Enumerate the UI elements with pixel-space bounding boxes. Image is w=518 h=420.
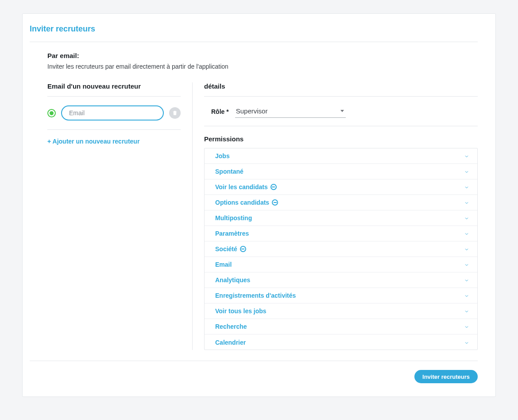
caret-down-icon: [340, 110, 344, 112]
permission-label: Calendrier: [215, 339, 246, 346]
permission-label: Voir tous les jobs: [215, 307, 267, 315]
email-row: [47, 105, 181, 130]
add-recruiter-link[interactable]: + Ajouter un nouveau recruteur: [47, 138, 181, 145]
role-value: Supervisor: [236, 107, 268, 115]
permission-label: Enregistrements d'activités: [215, 292, 296, 299]
chevron-down-icon: [464, 308, 469, 314]
invite-recruiters-button[interactable]: Inviter recruteurs: [414, 370, 478, 383]
intro-block: Par email: Inviter les recruteurs par em…: [30, 52, 478, 70]
chevron-down-icon: [464, 215, 469, 221]
role-select[interactable]: Supervisor: [235, 105, 346, 118]
permission-label: Analytiques: [215, 276, 250, 284]
permission-label: Email: [215, 261, 232, 268]
permission-item[interactable]: Calendrier: [205, 334, 477, 350]
intro-label: Par email:: [47, 52, 478, 59]
chevron-down-icon: [464, 200, 469, 205]
permission-item[interactable]: Multiposting: [205, 210, 477, 226]
permission-item[interactable]: Email: [205, 257, 477, 272]
permissions-heading: Permissions: [204, 135, 478, 143]
permission-item[interactable]: Société: [205, 241, 477, 257]
selected-indicator-icon: [47, 109, 56, 117]
chevron-down-icon: [464, 184, 469, 190]
chevron-down-icon: [464, 153, 469, 159]
delete-email-button[interactable]: [169, 107, 181, 119]
circle-minus-icon: [272, 199, 278, 206]
chevron-down-icon: [464, 262, 469, 267]
permission-label: Voir les candidats: [215, 183, 277, 191]
page-title: Inviter recruteurs: [30, 24, 478, 42]
permission-label: Société: [215, 245, 246, 253]
permission-item[interactable]: Enregistrements d'activités: [205, 288, 477, 303]
permission-item[interactable]: Paramètres: [205, 226, 477, 241]
circle-minus-icon: [240, 246, 246, 252]
chevron-down-icon: [464, 340, 469, 345]
permission-item[interactable]: Jobs: [205, 148, 477, 164]
chevron-down-icon: [464, 246, 469, 252]
chevron-down-icon: [464, 231, 469, 236]
trash-icon: [172, 110, 178, 116]
role-label: Rôle *: [211, 108, 229, 115]
email-input[interactable]: [61, 105, 164, 121]
permission-label: Paramètres: [215, 230, 249, 237]
circle-minus-icon: [271, 184, 277, 190]
permission-item[interactable]: Options candidats: [205, 195, 477, 210]
chevron-down-icon: [464, 277, 469, 283]
permission-item[interactable]: Recherche: [205, 319, 477, 334]
chevron-down-icon: [464, 293, 469, 298]
permissions-list[interactable]: JobsSpontanéVoir les candidatsOptions ca…: [205, 148, 477, 350]
new-recruiter-heading: Email d'un nouveau recruteur: [47, 82, 181, 97]
permission-label: Spontané: [215, 168, 244, 175]
chevron-down-icon: [464, 169, 469, 174]
permission-label: Recherche: [215, 323, 247, 330]
permissions-panel: JobsSpontanéVoir les candidatsOptions ca…: [204, 148, 478, 350]
permission-item[interactable]: Voir tous les jobs: [205, 303, 477, 319]
permission-label: Jobs: [215, 152, 230, 159]
permission-item[interactable]: Voir les candidats: [205, 179, 477, 195]
permission-item[interactable]: Spontané: [205, 164, 477, 179]
permission-label: Options candidats: [215, 199, 278, 206]
chevron-down-icon: [464, 324, 469, 329]
permission-label: Multiposting: [215, 214, 252, 222]
intro-desc: Inviter les recruteurs par email directe…: [47, 63, 478, 70]
permission-item[interactable]: Analytiques: [205, 272, 477, 288]
details-heading: détails: [204, 82, 478, 97]
